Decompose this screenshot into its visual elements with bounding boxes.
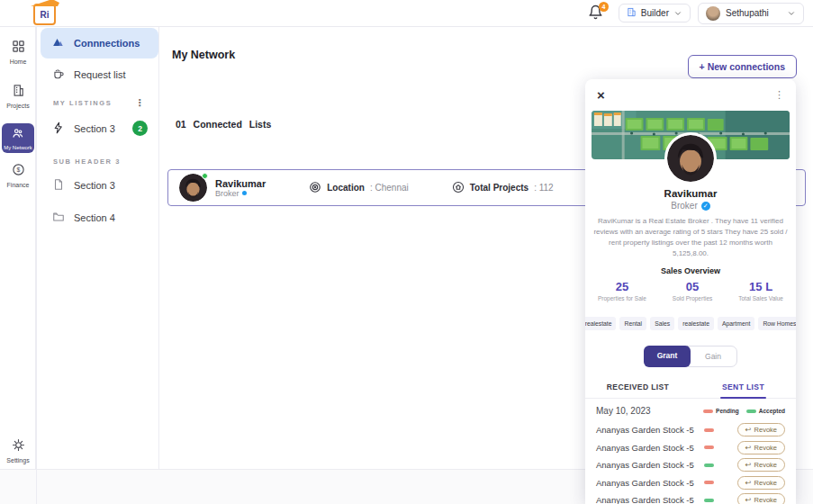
rail-label: Finance	[7, 182, 30, 188]
list-tabs: RECEIVED LIST SENT LIST	[585, 382, 796, 399]
page-icon	[52, 178, 65, 193]
role-selector-label: Builder	[641, 8, 669, 18]
tag-pill: Rental	[619, 317, 646, 330]
sent-item-name: Ananyas Garden Stock -5	[596, 460, 704, 470]
info-location: Location : Chennai	[309, 181, 408, 195]
sidebar-item-request-list[interactable]: Request list	[37, 60, 158, 89]
revoke-arrow-icon: ↩	[745, 444, 752, 452]
revoke-button[interactable]: ↩ Revoke	[737, 458, 785, 472]
online-dot	[202, 173, 208, 179]
topbar: 4 Builder Sethupathi	[0, 0, 813, 27]
app-logo[interactable]: Ri	[33, 4, 56, 25]
accepted-dash-icon	[746, 410, 756, 413]
status-legend: Pending Accepted	[703, 408, 785, 414]
tag-list: realestateRentalSalesrealestateApartment…	[590, 317, 791, 330]
new-connections-button[interactable]: + New connections	[688, 55, 797, 78]
info-value: : 112	[534, 183, 554, 193]
date-row: May 10, 2023 Pending Accepted	[585, 399, 796, 421]
revoke-button[interactable]: ↩ Revoke	[737, 493, 785, 504]
notification-badge: 4	[599, 2, 609, 12]
revoke-button[interactable]: ↩ Revoke	[737, 476, 785, 490]
grant-button[interactable]: Grant	[644, 346, 691, 367]
rail-label: Home	[10, 58, 27, 65]
section-header-label: SUB HEADER 3	[53, 158, 121, 166]
house-circle-icon	[452, 181, 465, 195]
info-label: Total Projects	[470, 183, 528, 193]
sidebar: Connnections Request list MY LISTINGS ⋮ …	[37, 27, 159, 469]
revoke-button[interactable]: ↩ Revoke	[737, 441, 785, 454]
profile-avatar	[664, 132, 717, 184]
revoke-arrow-icon: ↩	[745, 461, 752, 469]
sidebar-item-label: Section 3	[74, 180, 115, 191]
sidebar-item-section3[interactable]: Section 3 2	[37, 112, 158, 143]
status-dash	[704, 499, 714, 502]
connection-role: Broker	[215, 189, 239, 198]
close-icon[interactable]: ×	[597, 88, 605, 102]
status-dash	[704, 428, 714, 432]
revoke-arrow-icon: ↩	[745, 426, 752, 434]
stat-label: Total Sales Value	[738, 295, 783, 302]
sent-list: Ananyas Garden Stock -5 ↩ Revoke Ananyas…	[585, 421, 796, 504]
sent-item-name: Ananyas Garden Stock -5	[596, 478, 704, 488]
sidebar-item-label: Request list	[74, 69, 125, 80]
sidebar-item-connections[interactable]: Connnections	[41, 28, 158, 58]
sidebar-item-section4[interactable]: Section 4	[37, 200, 158, 232]
user-name: Sethupathi	[726, 8, 769, 18]
grant-gain-toggle: Grant Gain	[644, 346, 737, 367]
chevron-down-icon	[787, 9, 796, 18]
stat-total-sales-value: 15 L Total Sales Value	[738, 280, 783, 302]
profile-description: RaviKumar is a Real Estate Broker . They…	[592, 216, 789, 259]
cup-icon	[52, 68, 65, 82]
info-value: : Chennai	[370, 183, 409, 193]
legend-label: Accepted	[759, 408, 785, 414]
tag-pill: Sales	[650, 317, 674, 330]
sidebar-item-sub-section3[interactable]: Section 3	[37, 169, 158, 200]
sent-item-name: Ananyas Garden Stock -5	[596, 425, 704, 435]
stat-value: 05	[673, 280, 712, 293]
rail-item-settings[interactable]: Settings	[0, 438, 36, 464]
kebab-menu-icon[interactable]: ⋮	[134, 98, 146, 108]
rail-item-projects[interactable]: Projects	[0, 84, 36, 109]
svg-text:$: $	[16, 166, 20, 173]
stat-value: 25	[598, 280, 646, 293]
rail-label: Settings	[6, 457, 29, 464]
chevron-down-icon	[673, 9, 682, 18]
sent-item-name: Ananyas Garden Stock -5	[596, 495, 704, 504]
profile-role: Broker	[671, 201, 697, 211]
revoke-label: Revoke	[754, 479, 777, 487]
revoke-label: Revoke	[754, 444, 777, 452]
revoke-arrow-icon: ↩	[745, 479, 752, 487]
tag-pill: Apartment	[718, 317, 754, 330]
connection-name: Ravikumar	[215, 178, 266, 189]
revoke-label: Revoke	[754, 461, 777, 469]
verified-icon	[242, 191, 247, 195]
revoke-button[interactable]: ↩ Revoke	[737, 423, 785, 436]
sent-list-item: Ananyas Garden Stock -5 ↩ Revoke	[596, 491, 785, 504]
sent-list-item: Ananyas Garden Stock -5 ↩ Revoke	[596, 421, 785, 439]
status-dash	[704, 481, 714, 484]
building-icon	[627, 7, 637, 19]
role-selector[interactable]: Builder	[619, 4, 691, 22]
avatar	[179, 174, 207, 202]
tag-pill: realestate	[678, 317, 714, 330]
dollar-circle-icon: $	[12, 163, 25, 180]
left-rail: Home Projects My Network $ Finance Setti…	[0, 0, 36, 469]
mountain-icon	[52, 36, 65, 50]
stat-sold-properties: 05 Sold Properties	[673, 280, 712, 302]
tag-pill: Row Homes	[758, 317, 796, 330]
user-menu[interactable]: Sethupathi	[698, 3, 804, 24]
notifications-button[interactable]: 4	[588, 4, 606, 22]
section-header-label: MY LISTINGS	[53, 99, 112, 107]
tab-sent-list[interactable]: SENT LIST	[691, 382, 796, 398]
kebab-menu-icon[interactable]: ⋮	[774, 90, 784, 100]
status-dash	[704, 464, 714, 467]
sent-item-name: Ananyas Garden Stock -5	[596, 443, 704, 453]
gain-button[interactable]: Gain	[690, 346, 736, 366]
rail-item-home[interactable]: Home	[0, 40, 36, 65]
building-icon	[12, 84, 25, 101]
verified-icon: ✓	[701, 202, 710, 211]
tab-received-list[interactable]: RECEIVED LIST	[585, 382, 691, 398]
info-total-projects: Total Projects : 112	[452, 181, 554, 195]
rail-item-finance[interactable]: $ Finance	[0, 163, 36, 188]
rail-item-my-network[interactable]: My Network	[2, 123, 34, 153]
